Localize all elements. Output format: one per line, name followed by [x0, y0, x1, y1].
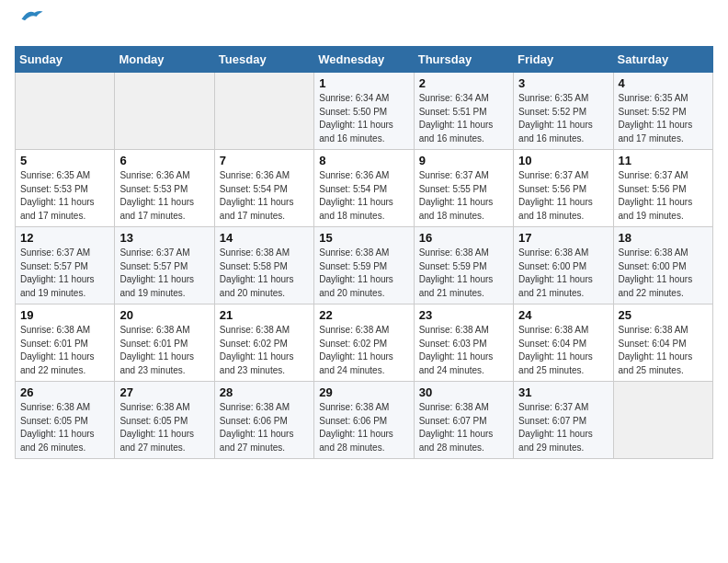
day-info: Sunrise: 6:38 AM Sunset: 5:59 PM Dayligh… — [319, 247, 408, 300]
calendar-cell: 19Sunrise: 6:38 AM Sunset: 6:01 PM Dayli… — [16, 304, 115, 382]
day-info: Sunrise: 6:38 AM Sunset: 6:03 PM Dayligh… — [419, 324, 508, 377]
day-info: Sunrise: 6:38 AM Sunset: 5:58 PM Dayligh… — [220, 247, 309, 300]
day-of-week-header: Wednesday — [314, 47, 414, 73]
day-number: 27 — [119, 385, 209, 399]
calendar-cell: 9Sunrise: 6:37 AM Sunset: 5:55 PM Daylig… — [414, 150, 513, 227]
calendar-week-row: 12Sunrise: 6:37 AM Sunset: 5:57 PM Dayli… — [16, 227, 713, 304]
day-number: 26 — [20, 385, 109, 399]
calendar-cell: 31Sunrise: 6:37 AM Sunset: 6:07 PM Dayli… — [514, 382, 613, 459]
calendar-cell: 29Sunrise: 6:38 AM Sunset: 6:06 PM Dayli… — [314, 382, 414, 459]
day-number: 28 — [220, 385, 309, 399]
calendar-cell: 26Sunrise: 6:38 AM Sunset: 6:05 PM Dayli… — [16, 382, 115, 459]
calendar-cell: 21Sunrise: 6:38 AM Sunset: 6:02 PM Dayli… — [214, 304, 313, 382]
calendar-cell: 16Sunrise: 6:38 AM Sunset: 5:59 PM Dayli… — [414, 227, 513, 304]
day-number: 8 — [319, 154, 408, 167]
calendar-week-row: 5Sunrise: 6:35 AM Sunset: 5:53 PM Daylig… — [16, 150, 713, 227]
day-info: Sunrise: 6:38 AM Sunset: 6:05 PM Dayligh… — [20, 401, 109, 454]
day-info: Sunrise: 6:38 AM Sunset: 6:00 PM Dayligh… — [518, 247, 608, 300]
day-number: 5 — [20, 154, 109, 167]
day-number: 12 — [20, 231, 109, 245]
day-info: Sunrise: 6:37 AM Sunset: 5:57 PM Dayligh… — [119, 247, 209, 300]
calendar-cell: 17Sunrise: 6:38 AM Sunset: 6:00 PM Dayli… — [514, 227, 613, 304]
day-number: 21 — [220, 308, 309, 322]
day-number: 11 — [619, 154, 708, 167]
day-number: 18 — [619, 231, 708, 245]
calendar-cell: 22Sunrise: 6:38 AM Sunset: 6:02 PM Dayli… — [314, 304, 414, 382]
day-number: 29 — [319, 385, 408, 399]
calendar-cell — [115, 73, 214, 150]
calendar-cell: 12Sunrise: 6:37 AM Sunset: 5:57 PM Dayli… — [16, 227, 115, 304]
day-number: 9 — [419, 154, 508, 167]
day-of-week-header: Thursday — [414, 47, 513, 73]
day-number: 15 — [319, 231, 408, 245]
day-info: Sunrise: 6:38 AM Sunset: 6:00 PM Dayligh… — [619, 247, 708, 300]
calendar-cell: 18Sunrise: 6:38 AM Sunset: 6:00 PM Dayli… — [613, 227, 712, 304]
calendar-week-row: 19Sunrise: 6:38 AM Sunset: 6:01 PM Dayli… — [16, 304, 713, 382]
logo — [15, 15, 44, 35]
day-info: Sunrise: 6:38 AM Sunset: 6:02 PM Dayligh… — [319, 324, 408, 377]
day-number: 20 — [119, 308, 209, 322]
calendar-cell: 25Sunrise: 6:38 AM Sunset: 6:04 PM Dayli… — [613, 304, 712, 382]
day-info: Sunrise: 6:36 AM Sunset: 5:54 PM Dayligh… — [319, 169, 408, 223]
calendar-cell — [214, 73, 313, 150]
calendar-cell: 4Sunrise: 6:35 AM Sunset: 5:52 PM Daylig… — [613, 73, 712, 150]
day-number: 13 — [119, 231, 209, 245]
day-info: Sunrise: 6:34 AM Sunset: 5:51 PM Dayligh… — [419, 92, 508, 145]
day-info: Sunrise: 6:35 AM Sunset: 5:52 PM Dayligh… — [619, 92, 708, 145]
day-info: Sunrise: 6:37 AM Sunset: 5:56 PM Dayligh… — [619, 169, 708, 223]
day-info: Sunrise: 6:38 AM Sunset: 5:59 PM Dayligh… — [419, 247, 508, 300]
day-number: 25 — [619, 308, 708, 322]
day-number: 31 — [518, 385, 608, 399]
calendar-cell: 3Sunrise: 6:35 AM Sunset: 5:52 PM Daylig… — [514, 73, 613, 150]
day-number: 2 — [419, 76, 508, 90]
calendar-cell: 10Sunrise: 6:37 AM Sunset: 5:56 PM Dayli… — [514, 150, 613, 227]
calendar-week-row: 1Sunrise: 6:34 AM Sunset: 5:50 PM Daylig… — [16, 73, 713, 150]
day-number: 4 — [619, 76, 708, 90]
day-info: Sunrise: 6:38 AM Sunset: 6:01 PM Dayligh… — [119, 324, 209, 377]
day-of-week-header: Friday — [514, 47, 613, 73]
day-number: 10 — [518, 154, 608, 167]
day-info: Sunrise: 6:38 AM Sunset: 6:07 PM Dayligh… — [419, 401, 508, 454]
day-info: Sunrise: 6:37 AM Sunset: 5:56 PM Dayligh… — [518, 169, 608, 223]
calendar-cell: 20Sunrise: 6:38 AM Sunset: 6:01 PM Dayli… — [115, 304, 214, 382]
day-number: 19 — [20, 308, 109, 322]
day-info: Sunrise: 6:37 AM Sunset: 5:55 PM Dayligh… — [419, 169, 508, 223]
calendar-cell: 2Sunrise: 6:34 AM Sunset: 5:51 PM Daylig… — [414, 73, 513, 150]
day-info: Sunrise: 6:38 AM Sunset: 6:05 PM Dayligh… — [119, 401, 209, 454]
day-number: 6 — [119, 154, 209, 167]
day-number: 1 — [319, 76, 408, 90]
calendar-cell: 15Sunrise: 6:38 AM Sunset: 5:59 PM Dayli… — [314, 227, 414, 304]
day-info: Sunrise: 6:35 AM Sunset: 5:52 PM Dayligh… — [518, 92, 608, 145]
day-number: 14 — [220, 231, 309, 245]
calendar-cell: 1Sunrise: 6:34 AM Sunset: 5:50 PM Daylig… — [314, 73, 414, 150]
day-info: Sunrise: 6:38 AM Sunset: 6:06 PM Dayligh… — [220, 401, 309, 454]
calendar-cell: 5Sunrise: 6:35 AM Sunset: 5:53 PM Daylig… — [16, 150, 115, 227]
calendar-cell: 8Sunrise: 6:36 AM Sunset: 5:54 PM Daylig… — [314, 150, 414, 227]
calendar-table: SundayMondayTuesdayWednesdayThursdayFrid… — [15, 46, 713, 459]
calendar-cell: 27Sunrise: 6:38 AM Sunset: 6:05 PM Dayli… — [115, 382, 214, 459]
day-info: Sunrise: 6:35 AM Sunset: 5:53 PM Dayligh… — [20, 169, 109, 223]
day-info: Sunrise: 6:37 AM Sunset: 5:57 PM Dayligh… — [20, 247, 109, 300]
day-info: Sunrise: 6:37 AM Sunset: 6:07 PM Dayligh… — [518, 401, 608, 454]
day-number: 23 — [419, 308, 508, 322]
day-info: Sunrise: 6:36 AM Sunset: 5:53 PM Dayligh… — [119, 169, 209, 223]
day-number: 3 — [518, 76, 608, 90]
day-number: 30 — [419, 385, 508, 399]
day-of-week-header: Saturday — [613, 47, 712, 73]
calendar-header-row: SundayMondayTuesdayWednesdayThursdayFrid… — [16, 47, 713, 73]
day-info: Sunrise: 6:38 AM Sunset: 6:04 PM Dayligh… — [619, 324, 708, 377]
calendar-cell: 11Sunrise: 6:37 AM Sunset: 5:56 PM Dayli… — [613, 150, 712, 227]
calendar-cell: 30Sunrise: 6:38 AM Sunset: 6:07 PM Dayli… — [414, 382, 513, 459]
day-info: Sunrise: 6:38 AM Sunset: 6:04 PM Dayligh… — [518, 324, 608, 377]
calendar-cell: 28Sunrise: 6:38 AM Sunset: 6:06 PM Dayli… — [214, 382, 313, 459]
calendar-cell: 24Sunrise: 6:38 AM Sunset: 6:04 PM Dayli… — [514, 304, 613, 382]
calendar-cell: 14Sunrise: 6:38 AM Sunset: 5:58 PM Dayli… — [214, 227, 313, 304]
calendar-cell: 6Sunrise: 6:36 AM Sunset: 5:53 PM Daylig… — [115, 150, 214, 227]
calendar-week-row: 26Sunrise: 6:38 AM Sunset: 6:05 PM Dayli… — [16, 382, 713, 459]
day-number: 16 — [419, 231, 508, 245]
day-info: Sunrise: 6:34 AM Sunset: 5:50 PM Dayligh… — [319, 92, 408, 145]
day-info: Sunrise: 6:38 AM Sunset: 6:02 PM Dayligh… — [220, 324, 309, 377]
day-info: Sunrise: 6:36 AM Sunset: 5:54 PM Dayligh… — [220, 169, 309, 223]
day-of-week-header: Sunday — [16, 47, 115, 73]
day-info: Sunrise: 6:38 AM Sunset: 6:06 PM Dayligh… — [319, 401, 408, 454]
